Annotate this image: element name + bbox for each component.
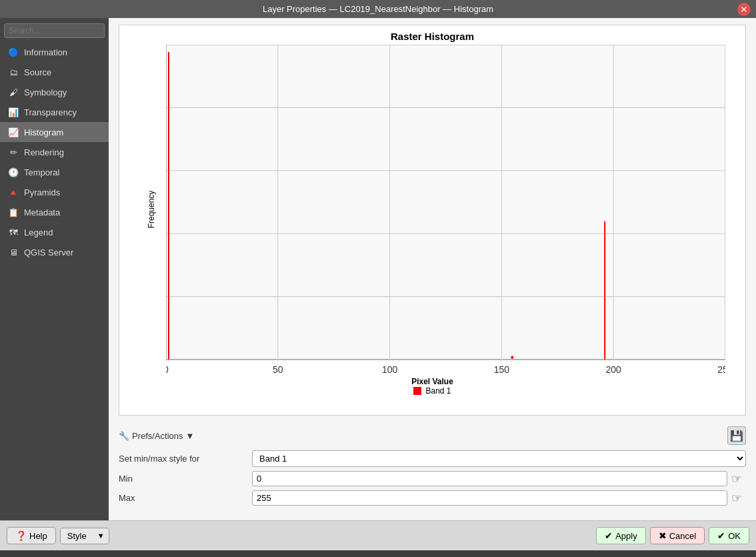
cancel-icon: ✖: [659, 530, 667, 541]
pyramids-icon: 🔺: [7, 185, 20, 199]
chart-legend: Band 1: [119, 386, 745, 396]
ok-label: OK: [728, 531, 741, 541]
sidebar-item-label-rendering: Rendering: [24, 147, 64, 157]
prefs-label: Prefs/Actions: [132, 431, 183, 441]
sidebar-item-temporal[interactable]: 🕐 Temporal: [0, 162, 109, 182]
sidebar-item-pyramids[interactable]: 🔺 Pyramids: [0, 182, 109, 202]
apply-icon: ✔: [605, 530, 613, 541]
main-layout: 🔵 Information 🗂 Source 🖌 Symbology 📊 Tra…: [0, 18, 756, 520]
chart-title: Raster Histogram: [119, 25, 745, 45]
sidebar-item-label-qgis-server: QGIS Server: [24, 247, 73, 257]
legend-icon: 🗺: [7, 225, 20, 239]
apply-button[interactable]: ✔ Apply: [596, 527, 646, 544]
sidebar-item-rendering[interactable]: ✏ Rendering: [0, 142, 109, 162]
prefs-actions-link[interactable]: 🔧 Prefs/Actions ▼: [119, 431, 194, 441]
ok-icon: ✔: [717, 530, 725, 541]
help-label: Help: [29, 531, 47, 541]
help-icon: ❓: [15, 530, 27, 541]
max-label: Max: [119, 493, 252, 503]
svg-text:0: 0: [166, 364, 169, 374]
min-label: Min: [119, 474, 252, 484]
sidebar-item-transparency[interactable]: 📊 Transparency: [0, 102, 109, 122]
svg-text:150: 150: [494, 364, 509, 374]
histogram-svg: 25000 20000 15000 10000 5000 0 0 50 100 …: [166, 45, 725, 374]
rendering-icon: ✏: [7, 145, 20, 159]
prefs-icon: 🔧: [119, 431, 129, 441]
sidebar-item-information[interactable]: 🔵 Information: [0, 42, 109, 62]
sidebar-item-label-source: Source: [24, 67, 51, 77]
content-area: Raster Histogram Frequency: [109, 18, 756, 520]
set-minmax-label: Set min/max style for: [119, 454, 252, 464]
prefs-arrow: ▼: [186, 431, 195, 441]
sidebar-item-symbology[interactable]: 🖌 Symbology: [0, 82, 109, 102]
bottom-bar: ❓ Help Style ▼ ✔ Apply ✖ Cancel ✔ OK: [0, 520, 756, 550]
sidebar-item-histogram[interactable]: 📈 Histogram: [0, 122, 109, 142]
close-button[interactable]: ✕: [737, 3, 751, 16]
svg-text:50: 50: [273, 364, 283, 374]
save-button[interactable]: 💾: [727, 426, 746, 445]
sidebar-item-label-histogram: Histogram: [24, 127, 63, 137]
sidebar: 🔵 Information 🗂 Source 🖌 Symbology 📊 Tra…: [0, 18, 109, 520]
max-pick-button[interactable]: ☞: [727, 491, 746, 506]
window-title: Layer Properties — LC2019_NearestNeighbo…: [263, 4, 493, 14]
style-button-group: Style ▼: [60, 528, 109, 544]
svg-text:100: 100: [382, 364, 397, 374]
style-button[interactable]: Style: [61, 528, 93, 544]
metadata-icon: 📋: [7, 205, 20, 219]
cancel-button[interactable]: ✖ Cancel: [650, 527, 705, 544]
symbology-icon: 🖌: [7, 85, 20, 99]
sidebar-item-label-temporal: Temporal: [24, 167, 59, 177]
sidebar-item-qgis-server[interactable]: 🖥 QGIS Server: [0, 242, 109, 262]
histogram-icon: 📈: [7, 125, 20, 139]
svg-text:200: 200: [606, 364, 621, 374]
style-label: Style: [67, 531, 87, 541]
style-dropdown-arrow[interactable]: ▼: [93, 528, 109, 544]
svg-point-25: [511, 356, 513, 359]
min-input[interactable]: [252, 471, 727, 486]
ok-button[interactable]: ✔ OK: [709, 527, 749, 544]
temporal-icon: 🕐: [7, 165, 20, 179]
qgis-server-icon: 🖥: [7, 245, 20, 259]
sidebar-item-label-metadata: Metadata: [24, 207, 60, 217]
controls-area: 🔧 Prefs/Actions ▼ 💾 Set min/max style fo…: [119, 422, 746, 514]
sidebar-item-label-symbology: Symbology: [24, 87, 67, 97]
x-axis-label: Pixel Value: [119, 377, 745, 386]
search-input[interactable]: [4, 23, 105, 38]
source-icon: 🗂: [7, 65, 20, 79]
sidebar-item-source[interactable]: 🗂 Source: [0, 62, 109, 82]
sidebar-item-label-information: Information: [24, 47, 67, 57]
sidebar-item-label-pyramids: Pyramids: [24, 187, 60, 197]
sidebar-item-metadata[interactable]: 📋 Metadata: [0, 202, 109, 222]
legend-color-box: [413, 387, 421, 395]
min-row: Min ☞: [119, 471, 746, 486]
prefs-row: 🔧 Prefs/Actions ▼ 💾: [119, 426, 746, 445]
information-icon: 🔵: [7, 45, 20, 59]
max-input[interactable]: [252, 490, 727, 506]
set-minmax-row: Set min/max style for Band 1: [119, 450, 746, 467]
min-pick-button[interactable]: ☞: [727, 472, 746, 486]
max-row: Max ☞: [119, 490, 746, 506]
histogram-chart: Raster Histogram Frequency: [119, 25, 746, 416]
sidebar-item-label-legend: Legend: [24, 227, 53, 237]
cancel-label: Cancel: [669, 531, 696, 541]
legend-label: Band 1: [425, 386, 451, 396]
help-button[interactable]: ❓ Help: [7, 527, 56, 544]
band-select[interactable]: Band 1: [252, 450, 746, 467]
svg-text:250: 250: [717, 364, 725, 374]
apply-label: Apply: [615, 531, 637, 541]
y-axis-label: Frequency: [147, 191, 156, 229]
sidebar-item-legend[interactable]: 🗺 Legend: [0, 222, 109, 242]
sidebar-item-label-transparency: Transparency: [24, 107, 77, 117]
title-bar: Layer Properties — LC2019_NearestNeighbo…: [0, 0, 756, 18]
svg-rect-0: [166, 45, 725, 360]
transparency-icon: 📊: [7, 105, 20, 119]
